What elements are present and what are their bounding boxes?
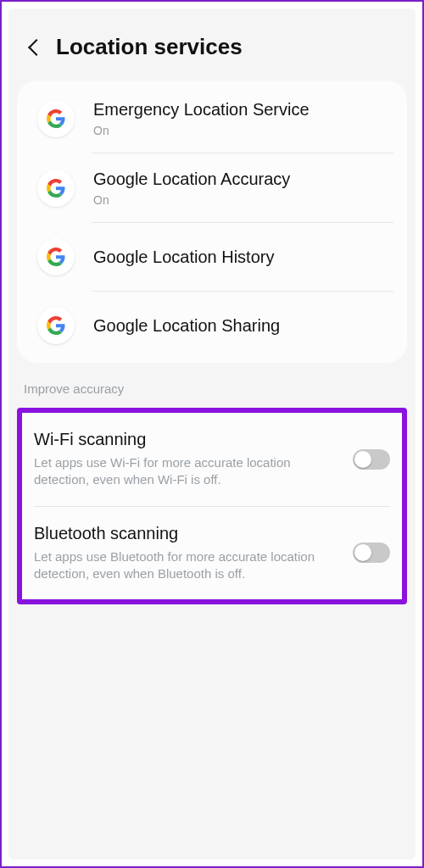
google-icon — [37, 100, 75, 137]
google-icon — [37, 170, 75, 207]
google-services-card: Emergency Location Service On Google Loc… — [17, 81, 407, 363]
page-title: Location services — [56, 34, 243, 60]
item-title: Wi-Fi scanning — [34, 430, 341, 449]
item-description: Let apps use Bluetooth for more accurate… — [34, 548, 341, 583]
item-title: Google Location History — [93, 247, 392, 268]
chevron-left-icon — [28, 39, 45, 56]
item-title: Emergency Location Service — [93, 99, 392, 120]
item-title: Google Location Accuracy — [93, 169, 392, 190]
item-google-location-accuracy[interactable]: Google Location Accuracy On — [24, 153, 400, 222]
google-icon — [37, 307, 75, 344]
item-emergency-location-service[interactable]: Emergency Location Service On — [24, 84, 400, 153]
item-wifi-scanning[interactable]: Wi-Fi scanning Let apps use Wi-Fi for mo… — [22, 413, 402, 506]
item-text: Google Location Sharing — [93, 315, 392, 337]
google-icon — [37, 238, 75, 275]
item-title: Bluetooth scanning — [34, 524, 341, 543]
back-button[interactable] — [25, 42, 42, 53]
section-label-improve-accuracy: Improve accuracy — [17, 363, 407, 408]
item-status: On — [93, 193, 392, 207]
item-title: Google Location Sharing — [93, 315, 392, 337]
item-text: Bluetooth scanning Let apps use Bluetoot… — [34, 524, 341, 583]
item-text: Google Location Accuracy On — [93, 169, 392, 207]
bluetooth-scanning-toggle[interactable] — [353, 542, 390, 563]
location-services-screen: Location services Emergency Location Ser… — [8, 8, 416, 860]
item-status: On — [93, 124, 392, 137]
header: Location services — [17, 17, 407, 81]
item-description: Let apps use Wi-Fi for more accurate loc… — [34, 454, 341, 489]
item-text: Emergency Location Service On — [93, 99, 392, 137]
item-google-location-sharing[interactable]: Google Location Sharing — [24, 292, 400, 359]
improve-accuracy-highlight: Wi-Fi scanning Let apps use Wi-Fi for mo… — [17, 408, 407, 604]
item-bluetooth-scanning[interactable]: Bluetooth scanning Let apps use Bluetoot… — [22, 507, 402, 600]
item-text: Wi-Fi scanning Let apps use Wi-Fi for mo… — [34, 430, 341, 489]
item-text: Google Location History — [93, 247, 392, 268]
wifi-scanning-toggle[interactable] — [353, 449, 390, 470]
item-google-location-history[interactable]: Google Location History — [24, 223, 400, 291]
